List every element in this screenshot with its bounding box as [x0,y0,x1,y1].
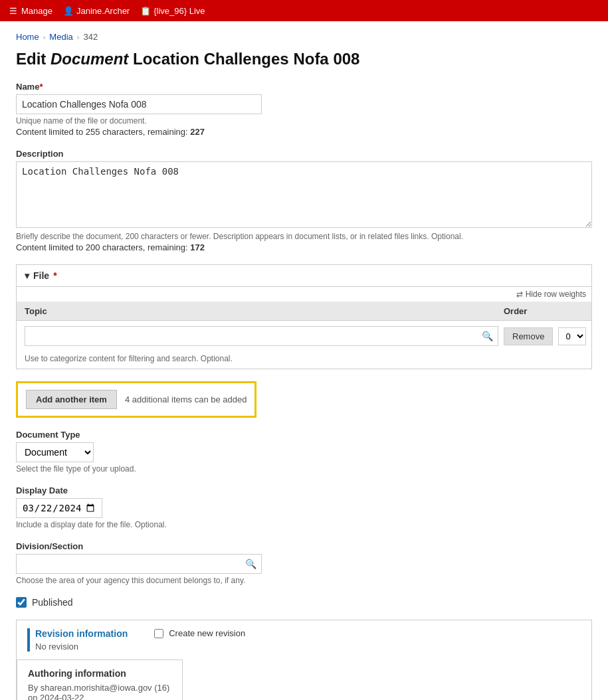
hide-weights-label: Hide row weights [526,290,586,299]
revision-sub: No revision [35,642,128,652]
breadcrumb-id: 342 [83,32,98,42]
order-select[interactable]: 0 [558,327,586,345]
revision-title[interactable]: Revision information [35,628,128,639]
top-nav: ☰ Manage 👤 Janine.Archer 📋 {live_96} Liv… [0,0,608,21]
file-required: * [53,270,56,281]
name-input[interactable] [16,94,262,114]
authoring-title: Authoring information [28,668,171,679]
file-section: ▾ File * ⇄ Hide row weights Topic Order [16,264,592,369]
manage-icon: ☰ [8,5,19,16]
name-field-section: Name* Unique name of the file or documen… [16,82,592,137]
topic-hint: Use to categorize content for filtering … [17,351,591,369]
authoring-text: By sharean.morishita@iowa.gov (16) on 20… [28,683,171,700]
breadcrumb-home[interactable]: Home [16,32,39,42]
topic-search-input[interactable] [25,326,498,346]
topic-search-wrap: 🔍 [25,326,498,346]
division-section: Division/Section 🔍 Choose the area of yo… [16,541,592,585]
add-another-item-button[interactable]: Add another item [26,390,117,409]
create-revision-checkbox[interactable] [154,629,163,638]
file-section-header[interactable]: ▾ File * [16,264,592,287]
revision-right: Create new revision [154,628,245,638]
display-date-hint: Include a display date for the file. Opt… [16,520,592,529]
manage-nav-item[interactable]: ☰ Manage [8,5,52,16]
order-col-header: Order [504,306,583,316]
description-count: Content limited to 200 characters, remai… [16,242,592,252]
page-title: Edit Document Location Challenges Nofa 0… [16,50,592,68]
display-date-label: Display Date [16,485,592,495]
name-count: Content limited to 255 characters, remai… [16,127,592,137]
document-type-hint: Select the file type of your upload. [16,464,592,474]
user-nav-item[interactable]: 👤 Janine.Archer [63,5,130,16]
revision-section: Revision information No revision Create … [16,620,592,700]
file-table-section: ⇄ Hide row weights Topic Order 🔍 Remove [16,287,592,369]
document-type-select[interactable]: Document Report Form Presentation [16,442,94,462]
topic-table-header: Topic Order [17,302,591,321]
breadcrumb-sep-2: › [77,33,80,41]
description-field-section: Description Briefly describe the documen… [16,149,592,252]
table-row: 🔍 Remove 0 [17,321,591,351]
topic-col-header: Topic [25,306,504,316]
division-search-wrap: 🔍 [16,554,262,574]
document-type-label: Document Type [16,430,592,440]
swap-icon: ⇄ [516,290,523,299]
description-label: Description [16,149,592,159]
name-hint: Unique name of the file or document. [16,116,592,126]
env-icon: 📋 [140,5,151,16]
published-row: Published [16,597,592,608]
description-textarea[interactable] [16,161,592,228]
hide-weights-row: ⇄ Hide row weights [17,287,591,302]
manage-label: Manage [21,6,52,16]
division-search-icon: 🔍 [245,559,256,569]
name-label: Name* [16,82,592,92]
env-nav-item[interactable]: 📋 {live_96} Live [140,5,205,16]
breadcrumb: Home › Media › 342 [16,32,592,42]
page-title-prefix: Edit [16,50,51,68]
user-label: Janine.Archer [76,6,130,16]
collapse-icon: ▾ [25,270,29,281]
published-checkbox[interactable] [16,597,27,608]
division-search-input[interactable] [16,554,262,574]
add-item-note: 4 additional items can be added [125,394,247,404]
document-type-section: Document Type Document Report Form Prese… [16,430,592,474]
file-label: File [33,270,49,281]
published-label[interactable]: Published [32,597,73,608]
env-label: {live_96} Live [153,6,205,16]
page-title-suffix: Location Challenges Nofa 008 [128,50,359,68]
create-revision-label[interactable]: Create new revision [169,628,245,638]
breadcrumb-sep-1: › [43,33,46,41]
page-title-italic: Document [51,50,128,68]
description-hint: Briefly describe the document, 200 chara… [16,232,592,241]
topic-search-icon: 🔍 [482,331,493,341]
revision-header: Revision information No revision Create … [17,620,591,659]
remove-button[interactable]: Remove [504,327,553,345]
breadcrumb-media[interactable]: Media [49,32,72,42]
hide-weights-link[interactable]: ⇄ Hide row weights [516,290,586,299]
division-hint: Choose the area of your agency this docu… [16,576,592,585]
name-required: * [39,82,43,92]
authoring-section: Authoring information By sharean.morishi… [17,659,183,700]
division-label: Division/Section [16,541,592,551]
user-icon: 👤 [63,5,74,16]
display-date-input[interactable] [16,498,102,518]
revision-left: Revision information No revision [27,628,128,652]
display-date-section: Display Date Include a display date for … [16,485,592,529]
main-content: Home › Media › 342 Edit Document Locatio… [0,21,608,700]
table-row-actions: Remove 0 [504,327,583,345]
add-item-section: Add another item 4 additional items can … [16,381,256,418]
